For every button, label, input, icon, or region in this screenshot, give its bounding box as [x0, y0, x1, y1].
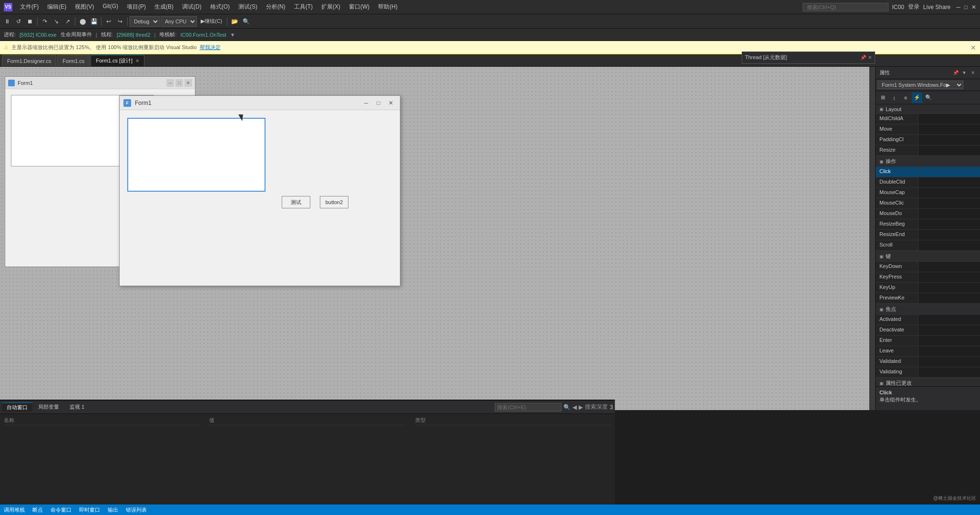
search-input[interactable]	[803, 3, 888, 11]
designer-area[interactable]: Form1 ─ □ ✕ F Form1	[0, 67, 869, 410]
menu-tools[interactable]: 工具(T)	[290, 2, 316, 12]
prop-search-button[interactable]: 🔍	[923, 93, 934, 103]
open-file-button[interactable]: 📂	[229, 16, 240, 27]
help-link[interactable]: 帮我决定	[200, 44, 221, 51]
prop-leave[interactable]: Leave	[876, 346, 980, 357]
prop-properties-button[interactable]: ≡	[900, 93, 911, 103]
menu-project[interactable]: 项目(P)	[123, 2, 150, 12]
menu-view[interactable]: 视图(V)	[71, 2, 98, 12]
maximize-button[interactable]: □	[964, 4, 968, 10]
prop-resize[interactable]: Resize	[876, 145, 980, 156]
prop-scroll[interactable]: Scroll	[876, 240, 980, 251]
callstack-dropdown[interactable]: ▼	[230, 32, 235, 38]
prop-resizeend[interactable]: ResizeEnd	[876, 230, 980, 240]
statusbar-breakpoints[interactable]: 断点	[32, 506, 43, 514]
warning-close-button[interactable]: ✕	[970, 44, 976, 52]
prop-click[interactable]: Click	[876, 167, 980, 177]
login-button[interactable]: 登录	[908, 3, 919, 11]
restart-button[interactable]: ↺	[13, 16, 24, 27]
prop-validated[interactable]: Validated	[876, 357, 980, 367]
bottom-nav-next[interactable]: ▶	[579, 404, 583, 411]
prop-mousecap[interactable]: MouseCap	[876, 188, 980, 198]
step-out-button[interactable]: ↗	[62, 16, 73, 27]
live-share-button[interactable]: Live Share	[923, 4, 950, 10]
prop-doubleclick[interactable]: DoubleClid	[876, 177, 980, 188]
runtime-button1[interactable]: 测试	[282, 196, 310, 208]
bg-maximize-button[interactable]: □	[175, 79, 183, 87]
tab-form1-designer-active[interactable]: Form1.cs [设计] ✕	[91, 55, 144, 66]
tab-close-button[interactable]: ✕	[135, 58, 139, 63]
prop-previewke[interactable]: PreviewKe	[876, 293, 980, 304]
prop-resizebeg[interactable]: ResizeBeg	[876, 219, 980, 230]
menu-bar[interactable]: 文件(F) 编辑(E) 视图(V) Git(G) 项目(P) 生成(B) 调试(…	[16, 2, 401, 12]
runtime-close-button[interactable]: ✕	[386, 98, 396, 108]
prop-categorized-button[interactable]: ⊞	[878, 93, 888, 103]
debug-config-dropdown[interactable]: Debug	[130, 16, 160, 27]
stop-button[interactable]: ⏹	[25, 16, 35, 27]
prop-paddingcl[interactable]: PaddingCl	[876, 135, 980, 145]
menu-analyze[interactable]: 分析(N)	[262, 2, 289, 12]
prop-keyup[interactable]: KeyUp	[876, 283, 980, 293]
prop-mousedo[interactable]: MouseDo	[876, 209, 980, 219]
step-into-button[interactable]: ↘	[51, 16, 61, 27]
minimize-button[interactable]: ─	[956, 4, 960, 10]
pin-button[interactable]: 📌	[952, 70, 959, 76]
main-scrollbar[interactable]	[869, 67, 875, 410]
statusbar-output[interactable]: 输出	[108, 506, 118, 514]
redo-button[interactable]: ↪	[115, 16, 125, 27]
menu-file[interactable]: 文件(F)	[16, 2, 42, 12]
runtime-textbox[interactable]	[127, 118, 265, 192]
statusbar-command-window[interactable]: 命令窗口	[51, 506, 71, 514]
properties-form-select[interactable]: Form1 System.Windows.Fo▶	[878, 81, 963, 89]
pause-button[interactable]: ⏸	[2, 16, 12, 27]
menu-extensions[interactable]: 扩展(X)	[317, 2, 344, 12]
prop-alphabetical-button[interactable]: ↕	[889, 93, 899, 103]
prop-enter[interactable]: Enter	[876, 336, 980, 346]
runtime-minimize-button[interactable]: ─	[361, 98, 371, 108]
menu-build[interactable]: 生成(B)	[151, 2, 177, 12]
add-breakpoint-button[interactable]: ⬤	[77, 16, 88, 27]
prop-events-button[interactable]: ⚡	[912, 93, 922, 103]
statusbar-error-list[interactable]: 错误列表	[126, 506, 147, 514]
section-focus[interactable]: ▣ 焦点	[876, 304, 980, 315]
runtime-button2[interactable]: button2	[320, 196, 348, 208]
cpu-dropdown[interactable]: Any CPU	[161, 16, 197, 27]
bg-minimize-button[interactable]: ─	[166, 79, 174, 87]
close-button[interactable]: ✕	[971, 4, 976, 10]
statusbar-immediate-window[interactable]: 即时窗口	[79, 506, 100, 514]
section-keys[interactable]: ▣ 键	[876, 251, 980, 262]
section-layout[interactable]: ▣ Layout	[876, 104, 980, 114]
prop-mouseclic[interactable]: MouseClic	[876, 198, 980, 209]
prop-validating[interactable]: Validating	[876, 367, 980, 378]
section-operations[interactable]: ▣ 操作	[876, 156, 980, 167]
prop-move[interactable]: Move	[876, 124, 980, 135]
menu-test[interactable]: 测试(S)	[235, 2, 261, 12]
tab-watch-1[interactable]: 监视 1	[65, 402, 89, 412]
tab-local-vars[interactable]: 局部变量	[33, 402, 64, 412]
menu-help[interactable]: 帮助(H)	[374, 2, 401, 12]
prop-mdichilda[interactable]: MdiChildA	[876, 114, 980, 124]
thread-panel-close-button[interactable]: ✕	[868, 55, 872, 60]
panel-close-button[interactable]: ✕	[970, 70, 976, 76]
prop-activated[interactable]: Activated	[876, 315, 980, 325]
panel-menu-button[interactable]: ▼	[961, 70, 968, 76]
bg-close-button[interactable]: ✕	[184, 79, 192, 87]
step-over-button[interactable]: ↷	[40, 16, 50, 27]
menu-window[interactable]: 窗口(W)	[345, 2, 373, 12]
menu-format[interactable]: 格式(O)	[206, 2, 234, 12]
runtime-maximize-button[interactable]: □	[373, 98, 384, 108]
tab-form1-designer[interactable]: Form1.Designer.cs	[2, 55, 56, 66]
menu-git[interactable]: Git(G)	[99, 2, 122, 12]
prop-deactivate[interactable]: Deactivate	[876, 325, 980, 336]
prop-keydown[interactable]: KeyDown	[876, 262, 980, 272]
continue-button[interactable]: ▶ 继续(C)	[198, 16, 225, 27]
menu-debug[interactable]: 调试(D)	[178, 2, 205, 12]
statusbar-callstack[interactable]: 调用堆栈	[4, 506, 25, 514]
bottom-search-button[interactable]: 🔍	[563, 404, 571, 411]
tab-form1-cs[interactable]: Form1.cs	[57, 55, 90, 66]
bottom-nav-prev[interactable]: ◀	[572, 404, 577, 411]
save-button[interactable]: 💾	[89, 16, 99, 27]
prop-keypress[interactable]: KeyPress	[876, 272, 980, 283]
find-button[interactable]: 🔍	[241, 16, 251, 27]
thread-pin-button[interactable]: 📌	[860, 55, 866, 60]
